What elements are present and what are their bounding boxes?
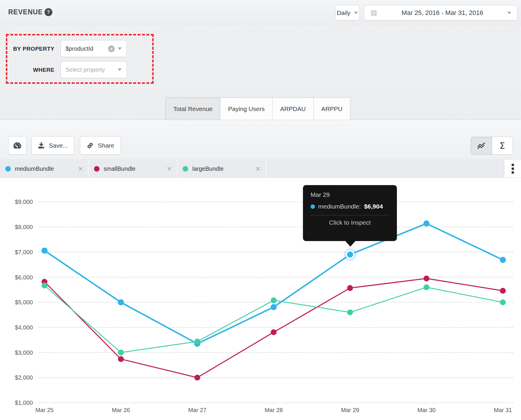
remove-series-icon[interactable]: ×: [167, 165, 172, 173]
y-axis-tick: $1,000: [15, 399, 33, 406]
series-line-largeBundle: [44, 286, 503, 353]
x-axis-tick: Mar 29: [341, 407, 359, 413]
sum-view-toggle[interactable]: Σ: [492, 137, 513, 154]
tab-total-revenue[interactable]: Total Revenue: [166, 98, 220, 120]
line-chart-toggle[interactable]: [471, 137, 492, 154]
dashboard-button[interactable]: [8, 136, 26, 155]
filter-section: BY PROPERTY $productId × WHERE Select pr…: [0, 26, 521, 91]
chevron-down-icon: [507, 12, 511, 14]
sigma-icon: Σ: [500, 141, 505, 151]
chevron-down-icon: [118, 47, 122, 50]
legend-row: mediumBundle × smallBundle × largeBundle…: [0, 160, 521, 178]
chart-toolbar: Save... Share Σ: [0, 120, 521, 160]
save-button[interactable]: Save...: [31, 136, 74, 155]
tooltip-series-row: mediumBundle: $6,904: [311, 203, 389, 210]
y-axis-tick: $4,000: [15, 324, 33, 331]
series-dot-mediumBundle: [311, 204, 315, 209]
data-point-mediumBundle-Mar 26[interactable]: [118, 299, 124, 305]
kebab-menu-icon: [512, 164, 514, 174]
chart-canvas: $1,000$2,000$3,000$4,000$5,000$6,000$7,0…: [0, 178, 521, 420]
metric-tabs: Total Revenue Paying Users ARPDAU ARPPU: [165, 98, 350, 120]
legend-options-button[interactable]: [504, 160, 521, 177]
tab-arppu[interactable]: ARPPU: [313, 98, 350, 120]
series-dot-smallBundle: [94, 166, 100, 172]
y-axis-tick: $3,000: [15, 349, 33, 356]
data-point-largeBundle-Mar 25[interactable]: [42, 283, 47, 288]
link-icon: [86, 142, 94, 149]
data-point-smallBundle-Mar 27[interactable]: [194, 375, 200, 380]
data-point-mediumBundle-Mar 28[interactable]: [271, 304, 277, 310]
legend-chip-largeBundle[interactable]: largeBundle ×: [177, 160, 266, 177]
tab-arpdau[interactable]: ARPDAU: [272, 98, 313, 120]
date-range-picker[interactable]: Mar 25, 2016 - Mar 31, 2016: [364, 5, 517, 21]
where-placeholder: Select property: [66, 66, 115, 73]
tooltip-series-name: mediumBundle:: [318, 203, 361, 210]
line-chart-icon: [477, 142, 486, 150]
data-point-largeBundle-Mar 26[interactable]: [118, 350, 124, 356]
save-label: Save...: [49, 142, 68, 149]
data-point-mediumBundle-Mar 29[interactable]: [347, 252, 353, 258]
data-point-smallBundle-Mar 30[interactable]: [424, 276, 429, 281]
y-axis-tick: $8,000: [15, 224, 33, 230]
gauge-icon: [13, 141, 22, 150]
y-axis-tick: $5,000: [15, 299, 33, 305]
data-point-smallBundle-Mar 31[interactable]: [500, 288, 506, 294]
chart-tooltip[interactable]: Mar 29 mediumBundle: $6,904 Click to Ins…: [303, 185, 397, 241]
by-property-dropdown[interactable]: $productId ×: [61, 40, 127, 57]
y-axis-tick: $6,000: [15, 274, 33, 281]
data-point-largeBundle-Mar 27[interactable]: [194, 339, 200, 344]
chevron-down-icon: [354, 12, 358, 14]
data-point-smallBundle-Mar 28[interactable]: [271, 329, 277, 335]
y-axis-tick: $2,000: [15, 374, 33, 381]
by-property-value: $productId: [66, 45, 105, 52]
data-point-smallBundle-Mar 26[interactable]: [118, 356, 124, 362]
granularity-value: Daily: [337, 9, 351, 16]
series-line-smallBundle: [44, 279, 503, 378]
share-button[interactable]: Share: [80, 136, 121, 155]
x-axis-tick: Mar 30: [417, 407, 436, 413]
granularity-dropdown[interactable]: Daily: [335, 5, 360, 21]
date-range-value: Mar 25, 2016 - Mar 31, 2016: [382, 9, 503, 17]
tooltip-inspect-hint: Click to Inspect: [311, 219, 389, 226]
legend-label: largeBundle: [192, 165, 252, 172]
chart-type-toggle: Σ: [471, 137, 513, 155]
y-axis-tick: $9,000: [15, 199, 33, 205]
x-axis-tick: Mar 28: [265, 407, 283, 413]
data-point-largeBundle-Mar 29[interactable]: [347, 309, 353, 315]
data-point-smallBundle-Mar 29[interactable]: [347, 285, 353, 291]
legend-label: mediumBundle: [15, 165, 74, 172]
x-axis-tick: Mar 25: [35, 407, 54, 413]
series-dot-mediumBundle: [5, 166, 11, 172]
chevron-down-icon: [118, 69, 122, 71]
data-point-mediumBundle-Mar 25[interactable]: [42, 247, 48, 254]
calendar-icon: [370, 9, 378, 17]
download-icon: [37, 142, 45, 149]
remove-series-icon[interactable]: ×: [78, 165, 83, 173]
data-point-largeBundle-Mar 28[interactable]: [271, 297, 277, 303]
where-dropdown[interactable]: Select property: [61, 61, 127, 78]
data-point-mediumBundle-Mar 30[interactable]: [424, 221, 430, 227]
metric-tab-strip: Total Revenue Paying Users ARPDAU ARPPU: [0, 92, 521, 120]
x-axis-tick: Mar 27: [188, 407, 206, 413]
by-property-label: BY PROPERTY: [11, 46, 54, 52]
legend-label: smallBundle: [104, 165, 163, 172]
legend-chip-mediumBundle[interactable]: mediumBundle ×: [0, 160, 89, 177]
legend-chip-smallBundle[interactable]: smallBundle ×: [89, 160, 177, 177]
data-point-mediumBundle-Mar 31[interactable]: [500, 257, 506, 263]
data-point-largeBundle-Mar 30[interactable]: [424, 284, 429, 290]
revenue-line-chart: $1,000$2,000$3,000$4,000$5,000$6,000$7,0…: [0, 178, 521, 420]
help-icon[interactable]: ?: [44, 8, 52, 16]
remove-series-icon[interactable]: ×: [256, 165, 260, 173]
tab-paying-users[interactable]: Paying Users: [220, 98, 272, 120]
share-label: Share: [98, 142, 114, 149]
x-axis-tick: Mar 31: [494, 407, 512, 413]
tooltip-date: Mar 29: [311, 191, 389, 198]
legend-filler: [266, 160, 504, 177]
tooltip-value: $6,904: [364, 203, 383, 210]
clear-property-icon[interactable]: ×: [108, 45, 115, 52]
where-label: WHERE: [11, 67, 54, 73]
top-bar: REVENUE ? Daily Mar 25, 2016 - Mar 31, 2…: [0, 0, 521, 26]
data-point-largeBundle-Mar 31[interactable]: [500, 299, 506, 305]
series-dot-largeBundle: [183, 166, 188, 172]
series-line-mediumBundle: [44, 223, 503, 344]
